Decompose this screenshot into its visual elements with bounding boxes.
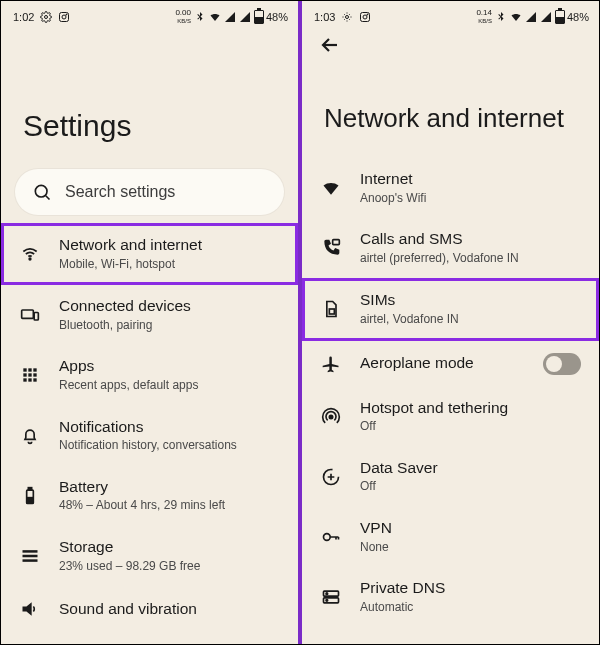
- wifi-icon: [320, 177, 342, 199]
- page-title: Network and internet: [302, 29, 599, 158]
- settings-item-sound[interactable]: Sound and vibration: [1, 586, 298, 632]
- item-label: Data Saver: [360, 459, 581, 478]
- svg-rect-13: [28, 374, 31, 377]
- wifi-icon: [209, 11, 221, 23]
- settings-item-apps[interactable]: Apps Recent apps, default apps: [1, 345, 298, 405]
- item-sub: Automatic: [360, 600, 581, 616]
- apps-icon: [19, 364, 41, 386]
- item-sub: 48% – About 4 hrs, 29 mins left: [59, 498, 280, 514]
- item-sub: None: [360, 540, 581, 556]
- item-sub: Off: [360, 419, 581, 435]
- settings-item-network[interactable]: Network and internet Mobile, Wi-Fi, hots…: [1, 223, 298, 285]
- dns-icon: [320, 586, 342, 608]
- item-label: Connected devices: [59, 297, 280, 316]
- network-item-sims[interactable]: SIMs airtel, Vodafone IN: [302, 278, 599, 340]
- svg-rect-20: [28, 498, 33, 503]
- item-label: VPN: [360, 519, 581, 538]
- status-data-rate: 0.00 KB/S: [175, 9, 191, 25]
- svg-point-36: [326, 600, 328, 602]
- page-title: Settings: [1, 29, 298, 161]
- search-settings[interactable]: Search settings: [15, 169, 284, 215]
- status-time: 1:02: [13, 11, 34, 23]
- settings-item-connected-devices[interactable]: Connected devices Bluetooth, pairing: [1, 285, 298, 345]
- settings-item-battery[interactable]: Battery 48% – About 4 hrs, 29 mins left: [1, 466, 298, 526]
- item-sub: airtel (preferred), Vodafone IN: [360, 251, 581, 267]
- item-label: SIMs: [360, 291, 581, 310]
- item-label: Network and internet: [59, 236, 280, 255]
- hotspot-icon: [320, 406, 342, 428]
- screenshot-network-root: 1:03 0.14 KB/S: [302, 1, 599, 644]
- svg-point-6: [29, 258, 31, 260]
- aeroplane-toggle[interactable]: [543, 353, 581, 375]
- settings-item-storage[interactable]: Storage 23% used – 98.29 GB free: [1, 526, 298, 586]
- battery-indicator: 48%: [254, 10, 288, 24]
- svg-rect-23: [23, 559, 38, 562]
- svg-point-35: [326, 593, 328, 595]
- network-item-data-saver[interactable]: Data Saver Off: [302, 447, 599, 507]
- signal-icon: [224, 11, 236, 23]
- svg-rect-12: [23, 374, 26, 377]
- calls-icon: [320, 237, 342, 259]
- status-bar: 1:03 0.14 KB/S: [302, 1, 599, 29]
- svg-rect-17: [33, 379, 36, 382]
- svg-rect-15: [23, 379, 26, 382]
- datasaver-icon: [320, 466, 342, 488]
- network-item-calls-sms[interactable]: Calls and SMS airtel (preferred), Vodafo…: [302, 218, 599, 278]
- item-label: Calls and SMS: [360, 230, 581, 249]
- sound-icon: [19, 598, 41, 620]
- svg-rect-8: [34, 313, 38, 321]
- svg-point-27: [367, 14, 368, 15]
- item-label: Notifications: [59, 418, 280, 437]
- search-placeholder: Search settings: [65, 183, 175, 201]
- network-item-aeroplane[interactable]: Aeroplane mode: [302, 341, 599, 387]
- svg-rect-22: [23, 555, 38, 558]
- svg-point-30: [329, 415, 332, 418]
- back-button[interactable]: [318, 33, 342, 57]
- status-time: 1:03: [314, 11, 335, 23]
- svg-rect-14: [33, 374, 36, 377]
- status-bar: 1:02 0.00 KB/S: [1, 1, 298, 29]
- network-item-hotspot[interactable]: Hotspot and tethering Off: [302, 387, 599, 447]
- battery-icon: [19, 485, 41, 507]
- network-item-private-dns[interactable]: Private DNS Automatic: [302, 567, 599, 627]
- settings-indicator-icon: [341, 11, 353, 23]
- svg-rect-16: [28, 379, 31, 382]
- item-sub: Mobile, Wi-Fi, hotspot: [59, 257, 280, 273]
- svg-point-2: [62, 15, 66, 19]
- item-sub: airtel, Vodafone IN: [360, 312, 581, 328]
- storage-icon: [19, 545, 41, 567]
- settings-item-notifications[interactable]: Notifications Notification history, conv…: [1, 406, 298, 466]
- search-icon: [31, 181, 53, 203]
- network-item-vpn[interactable]: VPN None: [302, 507, 599, 567]
- svg-point-0: [45, 16, 48, 19]
- bluetooth-icon: [495, 11, 507, 23]
- item-sub: Off: [360, 479, 581, 495]
- item-label: Sound and vibration: [59, 600, 280, 619]
- item-label: Hotspot and tethering: [360, 399, 581, 418]
- svg-rect-29: [329, 309, 334, 314]
- item-label: Storage: [59, 538, 280, 557]
- item-sub: Anoop's Wifi: [360, 191, 581, 207]
- signal-icon-2: [540, 11, 552, 23]
- vpn-key-icon: [320, 526, 342, 548]
- app-indicator-icon: [58, 11, 70, 23]
- svg-line-5: [46, 196, 50, 200]
- svg-rect-9: [23, 369, 26, 372]
- item-label: Private DNS: [360, 579, 581, 598]
- bluetooth-icon: [194, 11, 206, 23]
- sim-icon: [320, 298, 342, 320]
- status-data-rate: 0.14 KB/S: [476, 9, 492, 25]
- item-sub: Recent apps, default apps: [59, 378, 280, 394]
- item-label: Apps: [59, 357, 280, 376]
- airplane-icon: [320, 353, 342, 375]
- wifi-icon: [19, 243, 41, 265]
- network-item-internet[interactable]: Internet Anoop's Wifi: [302, 158, 599, 218]
- svg-rect-21: [23, 550, 38, 553]
- item-label: Battery: [59, 478, 280, 497]
- svg-rect-11: [33, 369, 36, 372]
- svg-rect-7: [22, 310, 34, 318]
- item-sub: Bluetooth, pairing: [59, 318, 280, 334]
- signal-icon-2: [239, 11, 251, 23]
- svg-point-32: [324, 534, 331, 541]
- svg-rect-10: [28, 369, 31, 372]
